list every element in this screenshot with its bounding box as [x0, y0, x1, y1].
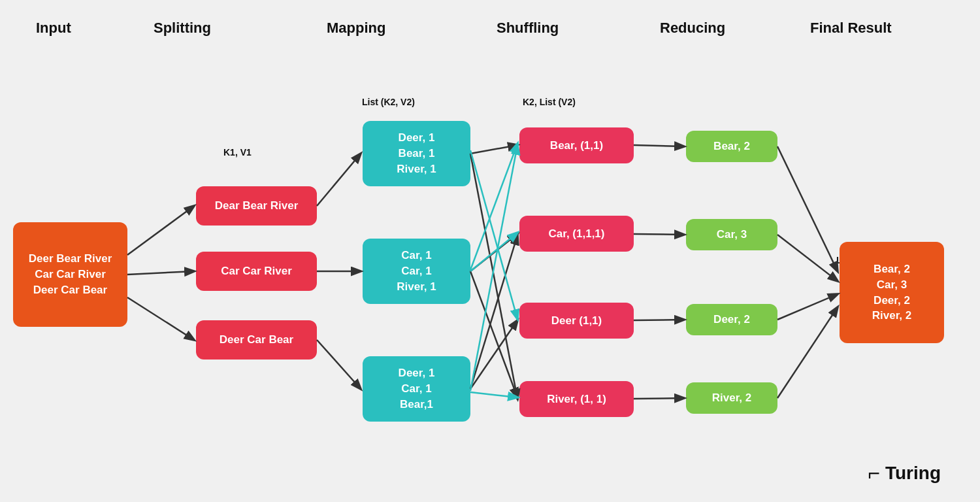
header-splitting: Splitting — [154, 20, 211, 37]
header-final-result: Final Result — [810, 20, 892, 37]
svg-line-18 — [634, 234, 684, 235]
svg-line-7 — [470, 154, 517, 399]
svg-line-22 — [777, 235, 838, 281]
shuffle-box-4: River, (1, 1) — [519, 381, 634, 417]
svg-line-24 — [777, 307, 838, 398]
input-box: Deer Bear River Car Car River Deer Car B… — [13, 222, 127, 327]
map-box-3: Deer, 1 Car, 1 Bear,1 — [363, 356, 470, 422]
svg-line-6 — [470, 145, 517, 154]
shuffle-box-3: Deer (1,1) — [519, 303, 634, 339]
map-box-1: Deer, 1 Bear, 1 River, 1 — [363, 121, 470, 186]
svg-line-9 — [470, 271, 517, 397]
label-k1v1: K1, V1 — [223, 147, 252, 158]
svg-line-14 — [470, 145, 517, 391]
svg-line-10 — [470, 320, 517, 389]
shuffle-box-2: Car, (1,1,1) — [519, 216, 634, 252]
svg-line-0 — [127, 206, 194, 255]
reduce-box-3: Deer, 2 — [686, 304, 777, 335]
svg-line-17 — [634, 145, 684, 146]
svg-line-5 — [317, 340, 361, 389]
turing-text: Turing — [885, 463, 941, 484]
split-box-1: Dear Bear River — [196, 186, 317, 226]
reduce-box-1: Bear, 2 — [686, 131, 777, 162]
arrows-overlay — [0, 0, 980, 502]
header-input: Input — [36, 20, 71, 37]
map-box-2: Car, 1 Car, 1 River, 1 — [363, 239, 470, 304]
svg-line-21 — [777, 146, 838, 271]
svg-line-23 — [777, 294, 838, 320]
turing-logo: ⌐ Turing — [868, 463, 941, 484]
svg-line-8 — [470, 234, 517, 271]
shuffle-box-1: Bear, (1,1) — [519, 127, 634, 163]
svg-line-3 — [317, 154, 361, 206]
svg-line-16 — [470, 233, 517, 271]
svg-line-15 — [470, 392, 517, 397]
svg-line-11 — [470, 235, 517, 389]
svg-line-20 — [634, 398, 684, 399]
svg-line-1 — [127, 271, 194, 275]
header-shuffling: Shuffling — [497, 20, 559, 37]
label-k2-listv2: K2, List (V2) — [523, 97, 576, 107]
reduce-box-2: Car, 3 — [686, 219, 777, 250]
svg-line-12 — [470, 150, 517, 319]
header-mapping: Mapping — [327, 20, 385, 37]
final-box: Bear, 2 Car, 3 Deer, 2 River, 2 — [840, 242, 944, 343]
header-reducing: Reducing — [660, 20, 725, 37]
svg-line-2 — [127, 297, 194, 340]
diagram-container: Input Splitting Mapping Shuffling Reduci… — [0, 0, 980, 502]
split-box-3: Deer Car Bear — [196, 320, 317, 360]
svg-line-13 — [470, 144, 517, 270]
turing-icon: ⌐ — [868, 463, 880, 484]
label-list-k2v2: List (K2, V2) — [362, 97, 415, 107]
reduce-box-4: River, 2 — [686, 382, 777, 414]
split-box-2: Car Car River — [196, 252, 317, 291]
svg-line-19 — [634, 320, 684, 320]
